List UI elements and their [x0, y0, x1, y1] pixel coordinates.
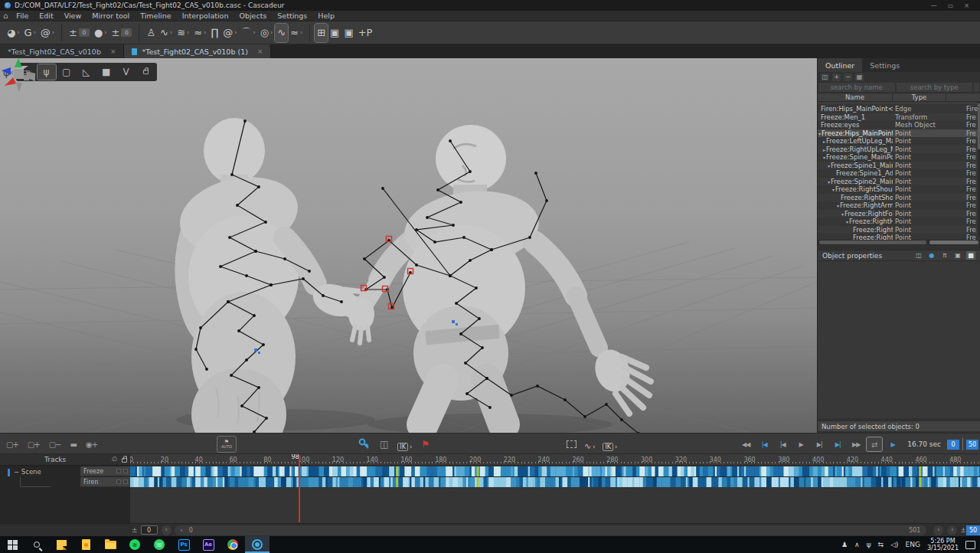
document-app[interactable] — [74, 536, 98, 553]
square-view-icon[interactable]: ■ — [966, 251, 975, 260]
track-checkbox-2[interactable] — [123, 479, 128, 484]
axis-gizmo[interactable] — [0, 58, 38, 92]
timeline-ruler[interactable]: 0204060801001201401601802002202402602803… — [130, 454, 980, 466]
language-indicator[interactable]: ENG — [906, 541, 920, 548]
menu-interpolation[interactable]: Interpolation — [177, 11, 234, 21]
outliner-row-17[interactable]: Freeze:RightH...PointFre — [818, 234, 980, 240]
track-row-freeze[interactable]: Freeze — [80, 466, 130, 476]
mannequin-right[interactable] — [348, 125, 651, 424]
disclosure-icon[interactable]: ▸ — [823, 139, 825, 144]
physics-point-icon[interactable]: +P — [356, 24, 375, 42]
rewind-button[interactable]: ◀◀ — [737, 437, 754, 452]
menu-help[interactable]: Help — [312, 11, 340, 21]
box-3d-icon[interactable]: ▣ — [953, 251, 962, 260]
ik-mode-button-2[interactable]: IK› — [603, 437, 617, 452]
wireframe-cube-tool[interactable]: ▢ — [57, 64, 76, 80]
frame-field[interactable]: 0 — [947, 440, 959, 450]
disclosure-icon[interactable]: ▾ — [846, 219, 848, 224]
disclosure-icon[interactable]: ▾ — [841, 211, 844, 217]
menu-objects[interactable]: Objects — [234, 11, 272, 21]
outliner-hscrollbar[interactable] — [818, 240, 980, 245]
brackets-icon[interactable]: ∏ — [208, 24, 220, 42]
hierarchy-icon[interactable]: ◫ — [821, 74, 829, 81]
timeline-stripes[interactable] — [130, 466, 980, 488]
outliner-row-13[interactable]: ▾Freeze:RightArm_...PointFre — [818, 201, 980, 210]
play-button[interactable]: ▶ — [792, 437, 809, 452]
interval-edit-icon[interactable]: ◫ — [380, 439, 388, 450]
column-name[interactable]: Name — [818, 93, 893, 101]
people-icon[interactable]: ♟ — [841, 541, 848, 548]
stepper-icon-2[interactable]: ± — [960, 526, 966, 534]
document-tab-1[interactable]: *Test_Fight02_CAS_v010b× — [0, 44, 124, 58]
search-by-name-input[interactable] — [818, 83, 895, 92]
add-icon[interactable]: + — [832, 74, 841, 81]
menu-timeline[interactable]: Timeline — [135, 11, 176, 21]
interval-stepper-icon-value[interactable]: 0 — [79, 28, 90, 37]
outliner-row-14[interactable]: ▾Freeze:RightFore...PointFre — [818, 210, 980, 218]
action-center-icon[interactable] — [965, 541, 975, 549]
hscroll-thumb[interactable] — [819, 241, 926, 244]
ik-mode-button[interactable]: IK› — [397, 437, 412, 452]
search-by-type-input[interactable] — [897, 83, 973, 92]
tab-settings[interactable]: Settings — [862, 58, 907, 72]
outliner-row-12[interactable]: Freeze:RightShoul...PointFre — [818, 194, 980, 202]
network-icon[interactable]: ⇆ — [878, 541, 884, 548]
volume-icon[interactable]: ◁) — [890, 541, 898, 548]
disclosure-icon[interactable]: ▾ — [818, 131, 821, 136]
scroll-end-field[interactable]: 50 — [966, 525, 980, 535]
hscroll-thumb2[interactable] — [929, 241, 978, 244]
interval-stepper-icon[interactable]: ±0 — [67, 24, 92, 42]
circle-lock-icon[interactable]: ◎› — [258, 24, 276, 42]
copy-add-icon[interactable]: ▣ — [328, 24, 341, 42]
outliner-row-11[interactable]: ▾Freeze:RightShould...PointFre — [818, 185, 980, 194]
outliner-row-1[interactable]: Firen:Hips_MainPoint<->...EdgeFire — [818, 105, 980, 113]
ribbon-tool[interactable]: V — [117, 64, 136, 80]
forward-button[interactable]: ▶▶ — [848, 437, 864, 452]
minimize-button[interactable]: — — [931, 2, 937, 9]
point-size-icon[interactable]: ●› — [92, 24, 109, 42]
loop-button[interactable]: ⇄ — [866, 437, 883, 452]
spline-icon[interactable]: ⌒› — [239, 24, 257, 42]
scroll-right-button[interactable]: › — [933, 525, 943, 535]
auto-button[interactable]: ⚑ AUTO — [217, 436, 237, 453]
stepper-icon[interactable]: ± — [132, 526, 138, 534]
end-frame-field[interactable]: 50 — [966, 440, 978, 450]
outliner-row-9[interactable]: Freeze:Spine1_Additi...PointFre — [818, 169, 980, 178]
whatsapp-app[interactable]: ☏ — [147, 536, 172, 553]
menu-file[interactable]: File — [11, 11, 34, 21]
menu-view[interactable]: View — [59, 11, 87, 21]
outliner-row-10[interactable]: ▾Freeze:Spine2_MainP...PointFre — [818, 178, 980, 186]
palette-lock[interactable] — [137, 64, 155, 80]
wave-lock-icon[interactable]: ≈› — [288, 24, 305, 42]
disclosure-icon[interactable]: ▾ — [828, 179, 830, 185]
document-tab-2[interactable]: *Test_Fight02_CAS_v010b (1)× — [124, 44, 271, 58]
scene-tree-cell[interactable]: − Scene — [0, 466, 80, 488]
outliner-row-5[interactable]: ▸Freeze:LeftUpLeg_Main...PointFre — [818, 137, 980, 146]
outliner-row-4[interactable]: ▾Freeze:Hips_MainPointPointFre — [818, 129, 980, 138]
key-icon[interactable] — [358, 438, 371, 450]
spotify-app[interactable]: ≋ — [122, 536, 147, 553]
selection-box-icon[interactable] — [567, 440, 577, 448]
gizmo-mode-icon[interactable]: G› — [22, 24, 38, 42]
grid-view-icon[interactable]: ⊞ — [315, 24, 328, 42]
track-checkbox-1[interactable] — [116, 469, 121, 473]
home-icon[interactable]: ⌂ — [3, 11, 8, 20]
interval-stepper2-icon[interactable]: ±0 — [109, 24, 134, 42]
outliner-row-3[interactable]: Freeze:eyesMesh ObjectFre — [818, 121, 980, 129]
red-flag-icon[interactable]: ⚑ — [421, 439, 430, 450]
start-button[interactable] — [0, 536, 24, 553]
camera-add-icon[interactable]: ◉+ — [86, 440, 97, 449]
menu-settings[interactable]: Settings — [272, 11, 312, 21]
autoposing-icon[interactable]: @› — [220, 24, 239, 42]
tab-close-icon[interactable]: × — [110, 47, 116, 55]
add-folder-icon[interactable]: ▢+ — [28, 440, 40, 449]
column-type[interactable]: Type — [893, 93, 946, 101]
prev-key-button[interactable]: |◀ — [756, 437, 773, 452]
remove-icon[interactable]: − — [844, 74, 852, 81]
disclosure-icon[interactable]: ▾ — [823, 155, 825, 160]
hidden-icons-chevron[interactable]: ∧ — [854, 541, 860, 548]
scroll-left-button[interactable]: ‹ — [162, 525, 172, 535]
timeline-scrollbar[interactable]: ‹ 0 501 — [175, 525, 927, 535]
trajectory-lock-icon[interactable]: ≋› — [175, 24, 191, 42]
outliner-row-8[interactable]: ▾Freeze:Spine1_MainPo...PointFre — [818, 162, 980, 170]
